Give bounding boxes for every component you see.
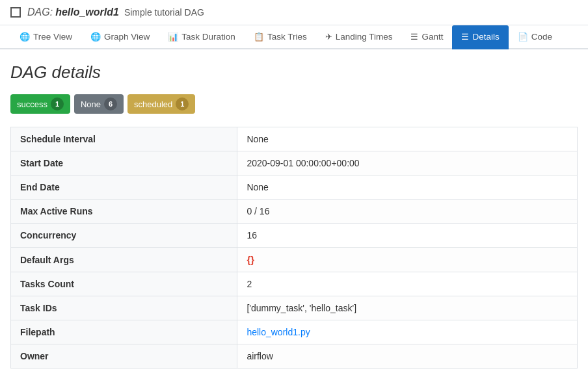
badge-scheduled-label: scheduled [134,99,172,109]
task-tries-icon: 📋 [254,32,264,42]
row-value-concurrency: 16 [237,224,578,248]
table-row: Start Date 2020-09-01 00:00:00+00:00 [11,151,578,175]
table-row: Owner airflow [11,344,578,369]
table-row: Filepath hello_world1.py [11,320,578,344]
row-label-schedule-interval: Schedule Interval [11,127,237,151]
badge-none[interactable]: None 6 [74,94,124,114]
row-label-task-ids: Task IDs [11,296,237,320]
row-label-start-date: Start Date [11,151,237,175]
dag-label: DAG: [27,6,53,18]
tab-landing-times-label: Landing Times [336,32,393,42]
tab-code[interactable]: 📄 Code [509,25,561,49]
table-row: Concurrency 16 [11,224,578,248]
tab-gantt[interactable]: ☰ Gantt [401,25,452,49]
tab-task-tries[interactable]: 📋 Task Tries [245,25,316,49]
tab-details-label: Details [472,32,499,42]
tab-tree-view-label: Tree View [33,32,72,42]
badge-none-count: 6 [104,97,117,110]
badge-scheduled[interactable]: scheduled 1 [127,94,195,114]
filepath-link[interactable]: hello_world1.py [247,327,310,337]
table-row: Schedule Interval None [11,127,578,151]
row-value-start-date: 2020-09-01 00:00:00+00:00 [237,151,578,175]
table-row: Default Args {} [11,248,578,272]
table-row: Tasks Count 2 [11,272,578,296]
row-value-end-date: None [237,175,578,200]
tab-tree-view[interactable]: 🌐 Tree View [10,25,81,49]
table-row: Max Active Runs 0 / 16 [11,200,578,224]
table-row: End Date None [11,175,578,200]
row-value-default-args: {} [237,248,578,272]
badges-row: success 1 None 6 scheduled 1 [10,94,578,114]
details-table: Schedule Interval None Start Date 2020-0… [10,127,578,369]
row-value-filepath: hello_world1.py [237,320,578,344]
tab-code-label: Code [531,32,552,42]
task-duration-icon: 📊 [168,32,178,42]
row-label-max-active-runs: Max Active Runs [11,200,237,224]
row-label-owner: Owner [11,344,237,369]
dag-name: hello_world1 [55,6,119,18]
tab-task-tries-label: Task Tries [267,32,307,42]
badge-success-label: success [17,99,47,109]
row-label-filepath: Filepath [11,320,237,344]
landing-times-icon: ✈ [325,32,332,42]
badge-none-label: None [81,99,101,109]
dag-checkbox[interactable] [10,7,21,18]
page-content: DAG details success 1 None 6 scheduled 1… [0,49,588,382]
row-value-owner: airflow [237,344,578,369]
row-value-tasks-count: 2 [237,272,578,296]
nav-tabs: 🌐 Tree View 🌐 Graph View 📊 Task Duration… [0,25,588,49]
tab-details[interactable]: ☰ Details [452,25,508,49]
dag-subtitle: Simple tutorial DAG [124,7,204,18]
tree-view-icon: 🌐 [20,32,30,42]
code-icon: 📄 [518,32,528,42]
badge-success-count: 1 [51,97,64,110]
graph-view-icon: 🌐 [90,32,101,42]
gantt-icon: ☰ [410,32,418,42]
tab-task-duration[interactable]: 📊 Task Duration [159,25,245,49]
details-icon: ☰ [461,32,469,42]
tab-gantt-label: Gantt [421,32,443,42]
row-value-schedule-interval: None [237,127,578,151]
row-label-concurrency: Concurrency [11,224,237,248]
row-label-default-args: Default Args [11,248,237,272]
row-label-end-date: End Date [11,175,237,200]
badge-scheduled-count: 1 [176,97,189,110]
badge-success[interactable]: success 1 [10,94,70,114]
page-title: DAG details [10,62,578,83]
tab-graph-view[interactable]: 🌐 Graph View [81,25,159,49]
tab-task-duration-label: Task Duration [181,32,235,42]
row-label-tasks-count: Tasks Count [11,272,237,296]
dag-header: DAG: hello_world1 Simple tutorial DAG [0,0,588,25]
tab-graph-view-label: Graph View [104,32,150,42]
table-row: Task IDs ['dummy_task', 'hello_task'] [11,296,578,320]
row-value-max-active-runs: 0 / 16 [237,200,578,224]
default-args-value: {} [247,254,254,265]
row-value-task-ids: ['dummy_task', 'hello_task'] [237,296,578,320]
tab-landing-times[interactable]: ✈ Landing Times [316,25,402,49]
